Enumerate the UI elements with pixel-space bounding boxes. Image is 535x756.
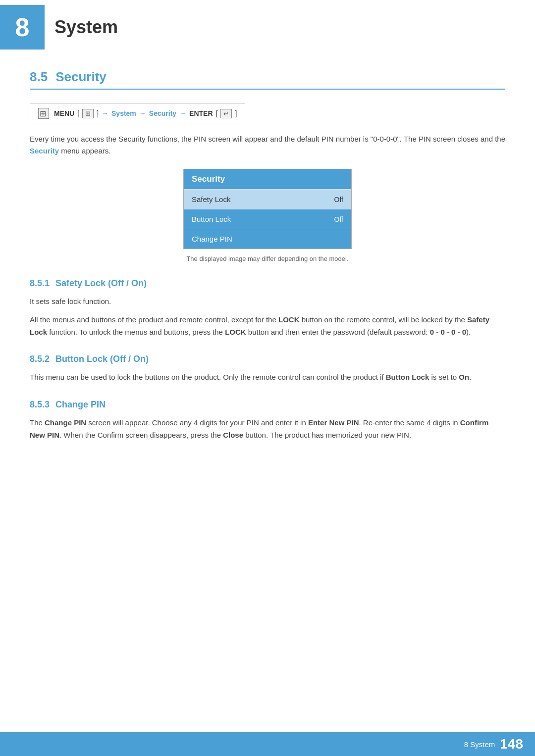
menu-label: MENU bbox=[54, 109, 74, 117]
safety-lock-para-1: It sets safe lock function. bbox=[30, 296, 505, 308]
close-term: Close bbox=[223, 431, 243, 439]
enter-bracket-open: [ bbox=[216, 109, 218, 117]
subsection-number-8-5-2: 8.5.2 bbox=[30, 354, 50, 364]
intro-security-term: Security bbox=[30, 147, 59, 155]
enter-icon: ↵ bbox=[220, 109, 232, 118]
default-password: 0 - 0 - 0 - 0 bbox=[430, 328, 466, 336]
chapter-title: System bbox=[54, 17, 118, 38]
lock-term-1: LOCK bbox=[278, 315, 300, 324]
subsection-title-8-5-1: Safety Lock (Off / On) bbox=[55, 278, 147, 289]
subsection-8-5-1: 8.5.1 Safety Lock (Off / On) It sets saf… bbox=[30, 278, 505, 338]
arrow-2: → bbox=[139, 109, 146, 117]
subsection-title-8-5-2: Button Lock (Off / On) bbox=[55, 354, 149, 364]
section-title: Security bbox=[55, 69, 107, 85]
button-lock-para: This menu can be used to lock the button… bbox=[30, 371, 505, 384]
menu-path: MENU [ ⊞ ] → System → Security → ENTER [… bbox=[30, 103, 245, 123]
safety-lock-value: Off bbox=[334, 196, 343, 203]
menu-grid-icon: ⊞ bbox=[82, 109, 94, 118]
chapter-number-box: 8 bbox=[0, 5, 45, 50]
security-menu-header: Security bbox=[184, 169, 351, 189]
safety-lock-term: Safety Lock bbox=[30, 315, 489, 336]
main-content: 8.5 Security MENU [ ⊞ ] → System → Secur… bbox=[0, 69, 535, 497]
footer-text: 8 System bbox=[464, 740, 495, 749]
enter-bracket-close: ] bbox=[235, 109, 237, 117]
ui-mockup-container: Security Safety Lock Off Button Lock Off… bbox=[30, 169, 505, 249]
page-number: 148 bbox=[500, 736, 523, 752]
menu-icon bbox=[38, 108, 49, 119]
change-pin-label: Change PIN bbox=[192, 235, 232, 243]
enter-label: ENTER bbox=[189, 109, 213, 117]
path-system: System bbox=[111, 109, 136, 117]
intro-text-2: menu appears. bbox=[59, 147, 110, 155]
subsection-8-5-2: 8.5.2 Button Lock (Off / On) This menu c… bbox=[30, 354, 505, 384]
subsection-heading-8-5-2: 8.5.2 Button Lock (Off / On) bbox=[30, 354, 505, 364]
lock-term-2: LOCK bbox=[225, 328, 246, 336]
change-pin-term: Change PIN bbox=[45, 418, 86, 427]
menu-item-button-lock: Button Lock Off bbox=[184, 209, 351, 229]
security-menu-box: Security Safety Lock Off Button Lock Off… bbox=[183, 169, 352, 249]
chapter-number: 8 bbox=[15, 12, 30, 42]
confirm-new-pin-term: Confirm New PIN bbox=[30, 418, 488, 439]
intro-text-1: Every time you access the Security funct… bbox=[30, 135, 505, 143]
section-number: 8.5 bbox=[30, 69, 48, 85]
safety-lock-para-2: All the menus and buttons of the product… bbox=[30, 314, 505, 339]
menu-item-safety-lock: Safety Lock Off bbox=[184, 189, 351, 209]
button-lock-term: Button Lock bbox=[386, 373, 429, 381]
enter-new-pin-term: Enter New PIN bbox=[308, 418, 359, 427]
button-lock-label: Button Lock bbox=[192, 215, 231, 223]
subsection-heading-8-5-1: 8.5.1 Safety Lock (Off / On) bbox=[30, 278, 505, 289]
intro-description: Every time you access the Security funct… bbox=[30, 133, 505, 157]
change-pin-para: The Change PIN screen will appear. Choos… bbox=[30, 417, 505, 442]
subsection-title-8-5-3: Change PIN bbox=[55, 400, 106, 410]
arrow-3: → bbox=[179, 109, 186, 117]
subsection-8-5-3: 8.5.3 Change PIN The Change PIN screen w… bbox=[30, 400, 505, 442]
page-footer: 8 System 148 bbox=[0, 732, 535, 756]
section-heading: 8.5 Security bbox=[30, 69, 505, 90]
arrow-1: → bbox=[102, 109, 108, 117]
subsection-number-8-5-3: 8.5.3 bbox=[30, 400, 50, 410]
button-lock-value: Off bbox=[334, 215, 343, 223]
bracket-close: ] bbox=[97, 109, 99, 117]
bracket-open: [ bbox=[77, 109, 79, 117]
on-term: On bbox=[459, 373, 469, 381]
subsection-number-8-5-1: 8.5.1 bbox=[30, 278, 50, 289]
safety-lock-label: Safety Lock bbox=[192, 195, 230, 203]
menu-item-change-pin: Change PIN bbox=[184, 229, 351, 249]
subsection-heading-8-5-3: 8.5.3 Change PIN bbox=[30, 400, 505, 410]
path-security: Security bbox=[149, 109, 176, 117]
chapter-header: 8 System bbox=[0, 0, 535, 50]
mockup-caption: The displayed image may differ depending… bbox=[30, 255, 505, 262]
